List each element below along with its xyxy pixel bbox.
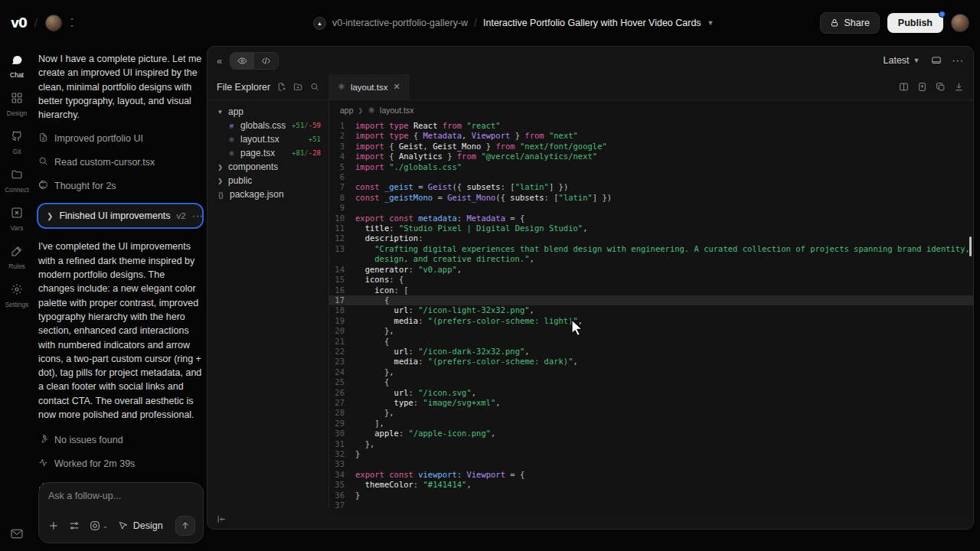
send-button[interactable] [175,516,195,536]
mention-source-dropdown[interactable]: ⌄ [90,520,108,531]
chat-action-label: Read custom-cursor.tsx [54,157,155,168]
version-card-label: Finished UI improvements [59,210,170,221]
chat-action-item[interactable]: Worked for 2m 39s [38,458,202,470]
export-file-icon[interactable] [917,82,927,92]
breadcrumb-folder[interactable]: app [340,106,354,115]
line-number: 21 [329,337,355,347]
code-content[interactable]: 1import type React from "react"2import t… [329,119,973,509]
line-number: 23 [329,357,355,367]
version-dropdown[interactable]: Latest ▼ [884,55,920,66]
chevron-right-icon: ❯ [217,178,224,184]
vars-box-icon [11,207,23,222]
file-name: package.json [230,189,284,200]
rail-item-chat[interactable]: Chat [10,54,24,79]
notification-dot [939,11,946,18]
design-mode-label: Design [133,520,163,531]
rail-item-connect[interactable]: Connect [5,168,29,194]
line-number: 1 [329,121,355,131]
line-number: 30 [329,429,355,439]
code-text: export const metadata: Metadata = { [355,214,524,223]
rail-item-settings[interactable]: Settings [5,283,29,308]
account-avatar[interactable] [951,14,969,32]
copy-code-icon[interactable] [936,82,946,92]
file-tree-item-components[interactable]: ❯components [214,160,324,174]
split-view-icon[interactable] [899,82,909,92]
file-tree-item-package-json[interactable]: {}package.json [214,187,324,201]
chevron-down-icon: ⌄ [103,523,108,530]
tab-bar: ⚛ layout.tsx ✕ [328,74,973,99]
line-number: 36 [329,491,355,500]
line-number [329,254,355,264]
code-text: import "./globals.css" [355,162,462,172]
code-text: generator: "v0.app", [355,265,462,275]
assistant-message: Now I have a complete picture. Let me cr… [38,52,202,122]
project-name[interactable]: v0-interactive-portfolio-gallery-w [332,18,468,28]
design-mode-button[interactable]: Design [118,520,163,531]
rail-item-label: Chat [10,71,24,79]
editor-more-icon[interactable]: ··· [952,55,965,66]
line-number: 4 [329,152,355,161]
settings-sliders-icon[interactable] [69,520,80,531]
attach-plus-icon[interactable] [48,520,59,531]
version-more-icon[interactable]: ··· [192,210,204,221]
view-toggle [230,52,279,70]
download-icon[interactable] [954,82,964,92]
user-avatar[interactable] [45,15,62,31]
new-file-icon[interactable] [277,82,286,92]
file-tree-item-globals-css[interactable]: #globals.css+51/-59 [214,119,324,132]
preview-toggle[interactable] [230,53,254,69]
version-card[interactable]: ❯ Finished UI improvements v2 ··· [38,204,202,227]
followup-input[interactable] [48,491,194,501]
rail-item-rules[interactable]: Rules [8,245,25,270]
chat-action-item[interactable]: No issues found [38,434,202,446]
chat-action-item[interactable]: Thought for 2s [38,180,202,192]
lock-icon [830,18,839,28]
collapse-panel-icon[interactable]: « [217,55,222,67]
diff-badge: +81/-28 [292,149,321,157]
rail-item-git[interactable]: Git [11,130,23,155]
project-switcher-icon[interactable]: ⌃⌄ [70,19,75,27]
line-number: 28 [329,408,355,418]
new-folder-icon[interactable] [293,82,302,92]
code-line: 35 themeColor: "#141414", [329,480,973,490]
code-text: "Crafting digital experiences that blend… [355,244,973,254]
code-text: url: "/icon.svg", [355,388,476,398]
code-line: 13 "Crafting digital experiences that bl… [329,244,973,254]
chevron-down-icon: ▼ [913,57,920,64]
close-tab-icon[interactable]: ✕ [393,82,400,92]
project-avatar-icon[interactable]: ▲ [313,17,326,30]
chat-action-item[interactable]: Improved portfolio UI [38,132,202,145]
search-icon[interactable] [310,82,319,92]
chevron-down-icon[interactable]: ▼ [707,19,714,27]
chat-action-label: No issues found [54,435,123,445]
code-line: 20 }, [329,326,973,336]
breadcrumb-file[interactable]: layout.tsx [380,106,413,115]
line-number: 33 [329,459,355,469]
file-tree-item-app[interactable]: ▼app [214,105,324,119]
rail-item-vars[interactable]: Vars [11,207,24,232]
tab-layout-tsx[interactable]: ⚛ layout.tsx ✕ [328,74,410,99]
file-tree-item-layout-tsx[interactable]: ⚛layout.tsx+51 [214,132,324,146]
chat-title[interactable]: Interactive Portfolio Gallery with Hover… [483,18,701,28]
file-tree-item-page-tsx[interactable]: ⚛page.tsx+81/-28 [214,146,324,160]
line-number: 35 [329,480,355,490]
collapse-sidebar-icon[interactable] [217,514,227,524]
divider-slash: / [34,17,38,29]
publish-button[interactable]: Publish [887,13,943,33]
chat-input-box: ⌄ Design [38,482,204,543]
code-text: url: "/icon-light-32x32.png", [355,305,534,315]
v0-logo[interactable]: v0 [11,15,27,31]
scrollbar-thumb[interactable] [969,236,972,256]
share-button[interactable]: Share [820,12,879,34]
code-text: type: "image/svg+xml", [355,398,501,408]
file-name: layout.tsx [240,134,279,145]
device-preview-icon[interactable] [931,55,942,66]
code-text: themeColor: "#141414", [355,480,472,490]
code-line: 16 icon: [ [329,285,973,295]
line-number: 5 [329,162,355,172]
code-toggle[interactable] [254,53,278,69]
file-tree-item-public[interactable]: ❯public [214,174,324,187]
chat-action-item[interactable]: Read custom-cursor.tsx [38,156,202,168]
rail-item-design[interactable]: Design [7,92,27,117]
feedback-mail-icon[interactable] [11,528,23,542]
